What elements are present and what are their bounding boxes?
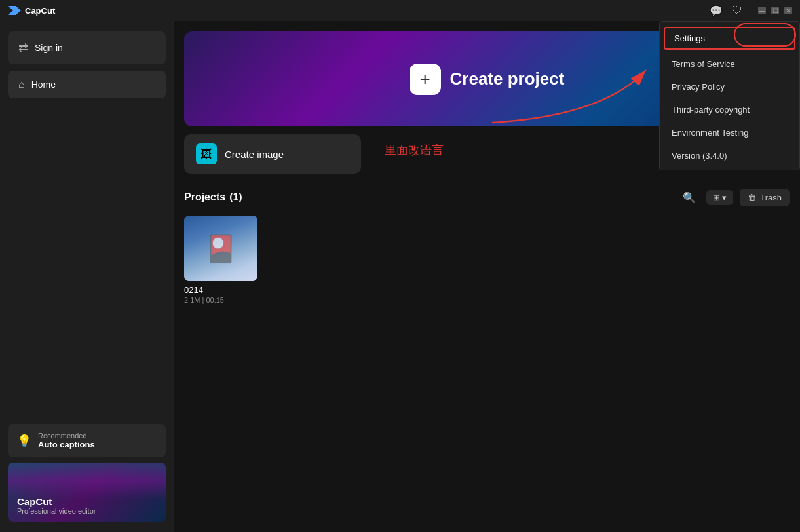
project-card[interactable]: 0214 2.1M | 00:15: [184, 216, 257, 304]
title-bar-controls: 💬 🛡 — ☐ ✕: [710, 5, 792, 17]
trash-button[interactable]: 🗑 Trash: [740, 189, 790, 206]
title-bar: CapCut 💬 🛡 — ☐ ✕: [0, 0, 800, 21]
projects-title-group: Projects (1): [184, 191, 242, 203]
project-name: 0214: [184, 285, 257, 295]
environment-testing-menu-item[interactable]: Environment Testing: [660, 121, 799, 144]
bulb-icon: 💡: [17, 434, 31, 448]
banner-bg: [8, 463, 166, 499]
privacy-menu-item[interactable]: Privacy Policy: [660, 75, 799, 98]
projects-count: (1): [229, 191, 242, 203]
version-menu-item[interactable]: Version (3.4.0): [660, 144, 799, 167]
third-party-menu-item[interactable]: Third-party copyright: [660, 98, 799, 121]
projects-title: Projects: [184, 191, 225, 203]
language-annotation: 里面改语言: [385, 142, 444, 158]
auto-captions-label: Auto captions: [38, 440, 95, 449]
minimize-button[interactable]: —: [758, 7, 766, 14]
logo-icon: [8, 6, 21, 15]
project-meta: 2.1M | 00:15: [184, 296, 257, 304]
create-image-label: Create image: [225, 149, 284, 160]
chat-icon[interactable]: 💬: [710, 5, 723, 17]
app-name: CapCut: [25, 6, 55, 16]
sign-in-button[interactable]: ⇄ Sign in: [8, 31, 166, 64]
close-button[interactable]: ✕: [784, 7, 792, 14]
home-nav-item[interactable]: ⌂ Home: [8, 71, 166, 98]
project-grid: 0214 2.1M | 00:15: [184, 216, 790, 304]
project-thumbnail-image: [184, 216, 257, 281]
home-label: Home: [31, 79, 56, 90]
capcut-promo-banner[interactable]: CapCut Professional video editor: [8, 463, 166, 522]
window-controls: — ☐ ✕: [758, 7, 792, 14]
create-plus-icon: +: [410, 64, 441, 95]
banner-title: CapCut: [17, 496, 96, 507]
trash-label: Trash: [760, 193, 782, 202]
home-icon: ⌂: [18, 79, 25, 90]
sidebar: ⇄ Sign in ⌂ Home 💡 Recommended Auto capt…: [0, 21, 174, 532]
settings-dropdown: Settings Terms of Service Privacy Policy…: [659, 21, 800, 170]
create-image-button[interactable]: 🖼 Create image: [184, 134, 361, 174]
search-button[interactable]: 🔍: [679, 187, 700, 208]
maximize-button[interactable]: ☐: [771, 7, 779, 14]
terms-menu-item[interactable]: Terms of Service: [660, 52, 799, 75]
create-project-text: Create project: [450, 69, 565, 89]
recommended-label: Recommended: [38, 432, 95, 440]
projects-header: Projects (1) 🔍 ⊞ ▾ 🗑 Trash: [184, 187, 790, 208]
recommended-card[interactable]: 💡 Recommended Auto captions: [8, 424, 166, 457]
create-image-icon: 🖼: [196, 143, 217, 164]
projects-toolbar: 🔍 ⊞ ▾ 🗑 Trash: [679, 187, 790, 208]
app-logo: CapCut: [8, 6, 55, 16]
project-thumbnail: [184, 216, 257, 281]
view-toggle-button[interactable]: ⊞ ▾: [706, 190, 734, 205]
title-bar-left: CapCut: [8, 6, 55, 16]
shield-icon[interactable]: 🛡: [732, 5, 742, 16]
banner-subtitle: Professional video editor: [17, 507, 96, 515]
sign-in-label: Sign in: [35, 43, 63, 53]
trash-icon: 🗑: [748, 193, 756, 202]
sign-in-icon: ⇄: [18, 41, 28, 55]
settings-menu-item[interactable]: Settings: [664, 27, 795, 50]
